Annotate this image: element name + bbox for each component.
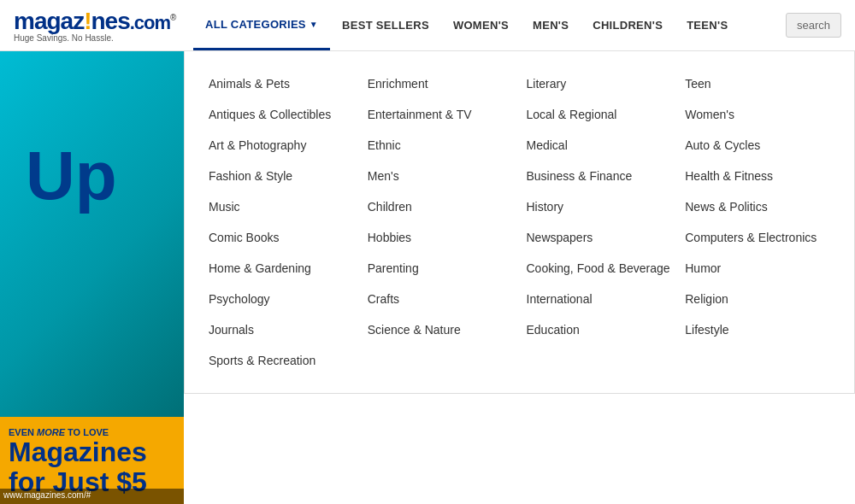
list-item[interactable]: Health & Fitness	[678, 161, 837, 191]
list-item[interactable]: Journals	[202, 314, 361, 345]
list-item[interactable]: Business & Finance	[520, 161, 679, 191]
nav-item-womens[interactable]: WOMEN'S	[441, 0, 521, 50]
list-item[interactable]: Medical	[520, 130, 679, 161]
main-nav: ALL CATEGORIES ▼ BEST SELLERS WOMEN'S ME…	[193, 0, 841, 50]
magazines-line1: Magazines	[9, 437, 175, 467]
list-item[interactable]: Psychology	[202, 284, 361, 314]
dropdown-col-1: Animals & Pets Antiques & Collectibles A…	[202, 68, 361, 376]
list-item[interactable]: Teen	[678, 68, 837, 99]
list-item[interactable]: Antiques & Collectibles	[202, 99, 361, 130]
list-item[interactable]: Ethnic	[361, 130, 520, 161]
list-item[interactable]: History	[520, 191, 679, 222]
list-item[interactable]: Home & Gardening	[202, 253, 361, 284]
nav-label-mens: MEN'S	[533, 19, 569, 32]
list-item[interactable]: Auto & Cycles	[678, 130, 837, 161]
logo-registered: ®	[170, 13, 175, 22]
nav-label-childrens: CHILDREN'S	[593, 19, 663, 32]
list-item[interactable]: Literary	[520, 68, 679, 99]
list-item[interactable]: Parenting	[361, 253, 520, 284]
nav-item-mens[interactable]: MEN'S	[521, 0, 581, 50]
list-item[interactable]: Enrichment	[361, 68, 520, 99]
nav-item-teens[interactable]: TEEN'S	[675, 0, 740, 50]
nav-label-womens: WOMEN'S	[453, 19, 509, 32]
to-love-label: TO LOVE	[65, 427, 109, 437]
header: magaz!nes.com® Huge Savings. No Hassle. …	[0, 0, 855, 51]
background-panel: Up EVEN MORE TO LOVE Magazines for Just …	[0, 51, 184, 504]
list-item[interactable]: News & Politics	[678, 191, 837, 222]
dropdown-col-4: Teen Women's Auto & Cycles Health & Fitn…	[678, 68, 837, 376]
logo-dot-com: .com	[130, 12, 170, 33]
logo: magaz!nes.com®	[14, 8, 193, 35]
dropdown-col-3: Literary Local & Regional Medical Busine…	[520, 68, 679, 376]
list-item[interactable]: Newspapers	[520, 222, 679, 253]
list-item[interactable]: Music	[202, 191, 361, 222]
chevron-down-icon: ▼	[310, 20, 318, 29]
list-item[interactable]: Education	[520, 314, 679, 345]
list-item[interactable]: Computers & Electronics	[678, 222, 837, 253]
nav-item-all-categories[interactable]: ALL CATEGORIES ▼	[193, 0, 330, 50]
nav-label-teens: TEEN'S	[687, 19, 728, 32]
dropdown-grid: Animals & Pets Antiques & Collectibles A…	[185, 60, 854, 384]
logo-text-part2: nes	[91, 8, 129, 34]
nav-label-best-sellers: BEST SELLERS	[342, 19, 429, 32]
list-item[interactable]: Science & Nature	[361, 314, 520, 345]
list-item[interactable]: Cooking, Food & Beverage	[520, 253, 679, 284]
list-item[interactable]: Fashion & Style	[202, 161, 361, 191]
nav-label-all-categories: ALL CATEGORIES	[205, 18, 306, 31]
nav-item-best-sellers[interactable]: BEST SELLERS	[330, 0, 441, 50]
even-label: EVEN	[9, 427, 37, 437]
even-more-text: EVEN MORE TO LOVE	[9, 427, 175, 437]
list-item[interactable]: Religion	[678, 284, 837, 314]
list-item[interactable]: Lifestyle	[678, 314, 837, 345]
list-item[interactable]: Women's	[678, 99, 837, 130]
logo-text-part1: magaz	[14, 8, 84, 34]
dropdown-col-2: Enrichment Entertainment & TV Ethnic Men…	[361, 68, 520, 376]
list-item[interactable]: Local & Regional	[520, 99, 679, 130]
categories-dropdown: Animals & Pets Antiques & Collectibles A…	[184, 51, 855, 394]
list-item[interactable]: Sports & Recreation	[202, 345, 361, 376]
search-box[interactable]: search	[786, 13, 841, 38]
list-item[interactable]: Entertainment & TV	[361, 99, 520, 130]
list-item[interactable]: Humor	[678, 253, 837, 284]
list-item[interactable]: Crafts	[361, 284, 520, 314]
list-item[interactable]: International	[520, 284, 679, 314]
list-item[interactable]: Hobbies	[361, 222, 520, 253]
more-label: MORE	[37, 427, 65, 437]
url-bar: www.magazines.com/#	[0, 489, 184, 504]
background-up-text: Up	[26, 137, 117, 215]
list-item[interactable]: Animals & Pets	[202, 68, 361, 99]
list-item[interactable]: Art & Photography	[202, 130, 361, 161]
list-item[interactable]: Comic Books	[202, 222, 361, 253]
list-item[interactable]: Men's	[361, 161, 520, 191]
logo-area[interactable]: magaz!nes.com® Huge Savings. No Hassle.	[14, 8, 193, 43]
list-item[interactable]: Children	[361, 191, 520, 222]
nav-item-childrens[interactable]: CHILDREN'S	[581, 0, 675, 50]
